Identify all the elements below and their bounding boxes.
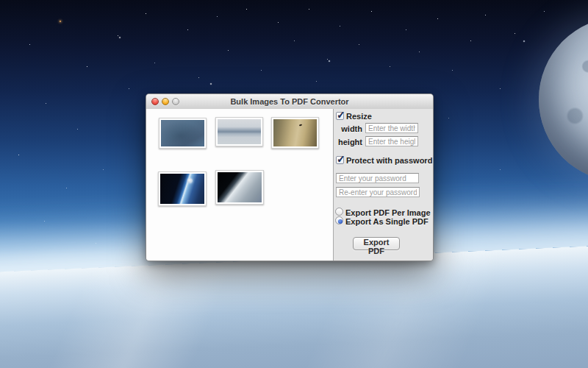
resize-checkbox[interactable] bbox=[336, 112, 344, 120]
image-gallery bbox=[146, 109, 333, 261]
misty-lake-image bbox=[218, 119, 261, 144]
width-label: width bbox=[334, 124, 362, 133]
title-bar[interactable]: Bulk Images To PDF Convertor bbox=[146, 94, 433, 110]
height-input[interactable] bbox=[365, 136, 418, 146]
orange-star bbox=[60, 21, 61, 22]
thumbnail-earth-surface[interactable] bbox=[215, 170, 264, 205]
password-input[interactable] bbox=[336, 173, 419, 183]
bright-stars bbox=[0, 0, 1, 1]
export-per-image-radio[interactable] bbox=[335, 208, 343, 216]
thumbnail-world-map-blue[interactable] bbox=[159, 118, 207, 149]
resize-label[interactable]: Resize bbox=[346, 112, 372, 121]
export-single-pdf-label[interactable]: Export As Single PDF bbox=[345, 217, 429, 226]
thumbnail-earth-horizon-moon[interactable] bbox=[158, 171, 207, 206]
world-map-blue-image bbox=[161, 120, 204, 146]
export-per-image-label[interactable]: Export PDF Per Image bbox=[345, 208, 431, 217]
reenter-password-input[interactable] bbox=[336, 187, 420, 197]
options-panel: Resize width height Protect with passwor… bbox=[333, 109, 433, 261]
thumbnail-misty-lake[interactable] bbox=[215, 117, 263, 146]
width-input[interactable] bbox=[365, 123, 418, 133]
thumbnail-golden-cliff-bird[interactable] bbox=[271, 117, 319, 149]
height-label: height bbox=[334, 138, 362, 146]
protect-password-checkbox[interactable] bbox=[336, 156, 344, 164]
export-single-pdf-radio[interactable] bbox=[335, 216, 343, 224]
earth-surface-image bbox=[218, 172, 262, 202]
moon bbox=[539, 17, 588, 182]
export-pdf-button[interactable]: Export PDF bbox=[353, 237, 400, 250]
window-title: Bulk Images To PDF Convertor bbox=[146, 94, 433, 109]
golden-cliff-bird-image bbox=[273, 119, 317, 146]
protect-password-label[interactable]: Protect with password bbox=[346, 156, 432, 165]
earth-horizon-moon-image bbox=[160, 174, 204, 204]
app-window: Bulk Images To PDF Convertor Resize widt… bbox=[146, 93, 434, 261]
